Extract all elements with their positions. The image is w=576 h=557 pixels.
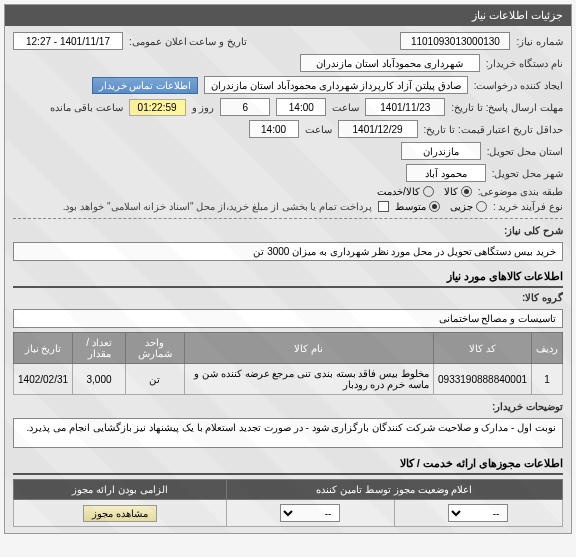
deadline-date: 1401/11/23 (365, 98, 445, 116)
permit-select-2[interactable]: -- (280, 504, 340, 522)
row-buyer-notes: توضیحات خریدار: نوبت اول - مدارک و صلاحی… (13, 401, 563, 448)
permits-row: -- -- مشاهده مجوز (14, 500, 563, 527)
deadline-label: مهلت ارسال پاسخ: تا تاریخ: (451, 102, 563, 113)
items-section-title: اطلاعات کالاهای مورد نیاز (13, 267, 563, 288)
radio-low[interactable]: جزیی (450, 201, 487, 212)
permit-status-header: اعلام وضعیت مجوز توسط تامین کننده (226, 480, 562, 500)
radio-dot-icon (423, 186, 434, 197)
contact-buyer-button[interactable]: اطلاعات تماس خریدار (92, 77, 199, 94)
panel-title: جزئیات اطلاعات نیاز (5, 5, 571, 26)
days-label: روز و (192, 102, 215, 113)
cell-code: 0933190888840001 (434, 364, 532, 395)
row-delivery-city: شهر محل تحویل: محمود آباد (13, 164, 563, 182)
time-label-2: ساعت (305, 124, 332, 135)
th-name: نام کالا (184, 333, 433, 364)
req-number-value: 1101093013000130 (400, 32, 510, 50)
buyer-notes-value: نوبت اول - مدارک و صلاحیت شرکت کنندگان ب… (13, 418, 563, 448)
process-radios: جزیی متوسط (395, 201, 487, 212)
permit-action-cell: مشاهده مجوز (14, 500, 227, 527)
row-buyer: نام دستگاه خریدار: شهرداری محمودآباد است… (13, 54, 563, 72)
row-group: گروه کالا: تاسیسات و مصالح ساختمانی (13, 292, 563, 328)
row-validity: حداقل تاریخ اعتبار قیمت: تا تاریخ: 1401/… (13, 120, 563, 138)
panel-body: شماره نیاز: 1101093013000130 تاریخ و ساع… (5, 26, 571, 533)
row-delivery-prov: استان محل تحویل: مازندران (13, 142, 563, 160)
validity-date: 1401/12/29 (338, 120, 418, 138)
permit-select-cell-2: -- (226, 500, 394, 527)
permit-select-1[interactable]: -- (448, 504, 508, 522)
countdown-timer: 01:22:59 (129, 99, 186, 116)
creator-value: صادق پیلتن آزاد کارپرداز شهرداری محمودآب… (204, 76, 467, 94)
category-radios: کالا کالا/خدمت (377, 186, 472, 197)
radio-dot-icon-2 (476, 201, 487, 212)
row-category: طبقه بندی موضوعی: کالا کالا/خدمت (13, 186, 563, 197)
delivery-city-label: شهر محل تحویل: (492, 168, 563, 179)
cell-name: مخلوط بیس فاقد بسته بندی تنی مرجع عرضه ک… (184, 364, 433, 395)
row-creator: ایجاد کننده درخواست: صادق پیلتن آزاد کار… (13, 76, 563, 94)
payment-checkbox[interactable] (378, 201, 389, 212)
group-label: گروه کالا: (522, 292, 563, 303)
radio-mid[interactable]: متوسط (395, 201, 440, 212)
deadline-time: 14:00 (276, 98, 326, 116)
delivery-prov-label: استان محل تحویل: (487, 146, 563, 157)
remaining-label: ساعت باقی مانده (50, 102, 123, 113)
cell-date: 1402/02/31 (14, 364, 73, 395)
announce-label: تاریخ و ساعت اعلان عمومی: (129, 36, 247, 47)
proc-mid-label: متوسط (395, 201, 426, 212)
row-req-number: شماره نیاز: 1101093013000130 تاریخ و ساع… (13, 32, 563, 50)
validity-time: 14:00 (249, 120, 299, 138)
creator-label: ایجاد کننده درخواست: (474, 80, 563, 91)
items-table: ردیف کد کالا نام کالا واحد شمارش تعداد /… (13, 332, 563, 395)
row-process: نوع فرآیند خرید : جزیی متوسط پرداخت تمام… (13, 201, 563, 212)
announce-value: 1401/11/17 - 12:27 (13, 32, 123, 50)
row-desc: شرح کلی نیاز: خرید بیس دستگاهی تحویل در … (13, 225, 563, 261)
group-value: تاسیسات و مصالح ساختمانی (13, 309, 563, 328)
category-label: طبقه بندی موضوعی: (478, 186, 563, 197)
payment-note: پرداخت تمام یا بخشی از مبلغ خرید،از محل … (63, 201, 372, 212)
buyer-label: نام دستگاه خریدار: (486, 58, 563, 69)
buyer-value: شهرداری محمودآباد استان مازندران (300, 54, 480, 72)
delivery-city-value: محمود آباد (406, 164, 486, 182)
th-code: کد کالا (434, 333, 532, 364)
cell-unit: تن (126, 364, 185, 395)
cat-goods-label: کالا (444, 186, 458, 197)
validity-label: حداقل تاریخ اعتبار قیمت: تا تاریخ: (424, 124, 563, 135)
table-header-row: ردیف کد کالا نام کالا واحد شمارش تعداد /… (14, 333, 563, 364)
req-number-label: شماره نیاز: (516, 36, 563, 47)
th-row: ردیف (532, 333, 563, 364)
cell-row: 1 (532, 364, 563, 395)
permit-select-cell-1: -- (394, 500, 562, 527)
time-label-1: ساعت (332, 102, 359, 113)
table-row: 1 0933190888840001 مخلوط بیس فاقد بسته ب… (14, 364, 563, 395)
radio-goods[interactable]: کالا (444, 186, 472, 197)
th-date: تاریخ نیاز (14, 333, 73, 364)
desc-label: شرح کلی نیاز: (504, 225, 563, 236)
separator-1 (13, 218, 563, 219)
delivery-prov-value: مازندران (401, 142, 481, 160)
view-permit-button[interactable]: مشاهده مجوز (83, 505, 157, 522)
days-value: 6 (220, 98, 270, 116)
cell-qty: 3,000 (73, 364, 126, 395)
cat-service-label: کالا/خدمت (377, 186, 420, 197)
permits-header-row: اعلام وضعیت مجوز توسط تامین کننده الزامی… (14, 480, 563, 500)
radio-dot-checked-icon-2 (429, 201, 440, 212)
process-label: نوع فرآیند خرید : (493, 201, 563, 212)
permits-section-title: اطلاعات مجوزهای ارائه خدمت / کالا (13, 454, 563, 475)
th-unit: واحد شمارش (126, 333, 185, 364)
radio-dot-checked-icon (461, 186, 472, 197)
row-deadline: مهلت ارسال پاسخ: تا تاریخ: 1401/11/23 سا… (13, 98, 563, 116)
desc-value: خرید بیس دستگاهی تحویل در محل مورد نظر ش… (13, 242, 563, 261)
radio-service[interactable]: کالا/خدمت (377, 186, 434, 197)
details-panel: جزئیات اطلاعات نیاز شماره نیاز: 11010930… (4, 4, 572, 534)
permits-table: اعلام وضعیت مجوز توسط تامین کننده الزامی… (13, 479, 563, 527)
proc-low-label: جزیی (450, 201, 473, 212)
buyer-notes-label: توضیحات خریدار: (492, 401, 563, 412)
th-qty: تعداد / مقدار (73, 333, 126, 364)
mandatory-header: الزامی بودن ارائه مجوز (14, 480, 227, 500)
